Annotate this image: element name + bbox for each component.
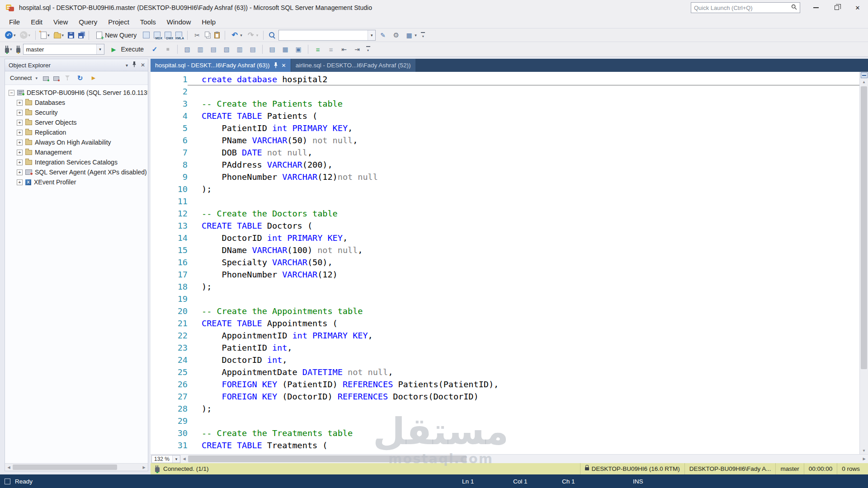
- tools-options-icon[interactable]: [390, 30, 402, 41]
- code-line-30[interactable]: 30-- Create the Treatments table: [151, 427, 859, 439]
- zoom-select[interactable]: 132 % ▾: [151, 455, 180, 463]
- quick-launch-box[interactable]: [691, 2, 800, 13]
- sql-toolbar-overflow[interactable]: ▾: [364, 44, 372, 55]
- search-icon[interactable]: [791, 4, 797, 11]
- stop-icon[interactable]: [52, 74, 61, 82]
- close-panel-icon[interactable]: ✕: [141, 62, 145, 68]
- scroll-left-icon[interactable]: ◀: [5, 465, 13, 469]
- copy-icon[interactable]: [204, 32, 212, 39]
- expand-icon[interactable]: +: [17, 160, 23, 165]
- window-position-icon[interactable]: ▾: [126, 63, 128, 68]
- code-line-3[interactable]: 3-- Create the Patients table: [151, 98, 859, 110]
- disconnect-icon[interactable]: [42, 74, 50, 82]
- code-line-32[interactable]: 32 TreatmentID int PRIMARY KEY: [151, 451, 859, 454]
- code-line-20[interactable]: 20-- Create the Appointments table: [151, 305, 859, 317]
- menu-item-edit[interactable]: Edit: [25, 15, 48, 28]
- collapse-icon[interactable]: −: [9, 90, 14, 96]
- hscroll-left-icon[interactable]: ◀: [180, 457, 188, 461]
- code-line-27[interactable]: 27 FOREIGN KEY (DoctorID) REFERENCES Doc…: [151, 390, 859, 403]
- new-mdx-query-icon[interactable]: MDX: [152, 31, 162, 39]
- code-line-10[interactable]: 10);: [151, 183, 859, 195]
- save-icon[interactable]: [66, 31, 75, 39]
- code-line-1[interactable]: 1create database hospital2: [151, 73, 859, 85]
- code-line-4[interactable]: 4CREATE TABLE Patients (: [151, 110, 859, 122]
- pen-icon[interactable]: [377, 30, 389, 41]
- expand-icon[interactable]: +: [17, 169, 23, 175]
- code-line-29[interactable]: 29: [151, 415, 859, 427]
- pin-icon[interactable]: [132, 61, 137, 69]
- chevron-down-icon[interactable]: ▾: [368, 30, 375, 40]
- code-line-11[interactable]: 11: [151, 195, 859, 207]
- window-layout-icon[interactable]: ▾: [403, 30, 418, 41]
- code-line-24[interactable]: 24 DoctorID int,: [151, 354, 859, 366]
- available-databases-combo[interactable]: master▾: [23, 44, 104, 55]
- tree-item-sql-server-agent-agent-xps-disabled[interactable]: +SQL Server Agent (Agent XPs disabled): [5, 167, 148, 177]
- new-query-button[interactable]: New Query: [93, 30, 140, 40]
- menu-item-help[interactable]: Help: [196, 15, 221, 28]
- execute-button[interactable]: Execute: [106, 43, 148, 55]
- expand-icon[interactable]: +: [17, 110, 23, 116]
- code-editor[interactable]: 1create database hospital223-- Create th…: [151, 72, 868, 454]
- tree-item-databases[interactable]: +Databases: [5, 98, 148, 108]
- results-to-text-icon[interactable]: [266, 44, 278, 55]
- close-tab-icon[interactable]: ✕: [282, 62, 286, 69]
- uncomment-icon[interactable]: [325, 44, 337, 55]
- restore-button[interactable]: [826, 0, 847, 15]
- tree-item-server-objects[interactable]: +Server Objects: [5, 117, 148, 127]
- hscroll-right-icon[interactable]: ▶: [860, 457, 868, 461]
- code-line-25[interactable]: 25 AppointmentDate DATETIME not null,: [151, 366, 859, 378]
- undo-icon[interactable]: ▾: [229, 30, 244, 41]
- tree-item-replication[interactable]: +Replication: [5, 127, 148, 137]
- zoom-dropdown-icon[interactable]: ▾: [172, 455, 180, 463]
- tree-item-security[interactable]: +Security: [5, 108, 148, 117]
- document-tab-1[interactable]: hospital.sql - DESKT...I6\Fady Ashraf (6…: [151, 59, 291, 72]
- xevent-icon[interactable]: [88, 73, 99, 84]
- oe-hscroll-track[interactable]: [13, 464, 140, 471]
- scroll-up-icon[interactable]: ▲: [862, 79, 866, 85]
- document-tab-2[interactable]: airline.sql - DESKTO...I6\Fady Ashraf (5…: [291, 59, 415, 72]
- new-file-icon[interactable]: ▾: [39, 31, 51, 40]
- scroll-right-icon[interactable]: ▶: [140, 465, 148, 469]
- redo-icon[interactable]: ▾: [245, 30, 260, 41]
- tree-item-integration-services-catalogs[interactable]: +Integration Services Catalogs: [5, 157, 148, 167]
- new-dmx-query-icon[interactable]: DMX: [163, 31, 173, 39]
- navigate-backward-icon[interactable]: ▾: [4, 30, 17, 40]
- decrease-indent-icon[interactable]: [338, 44, 350, 55]
- tree-item-xevent-profiler[interactable]: +XEvent Profiler: [5, 177, 148, 187]
- paste-icon[interactable]: [213, 31, 221, 39]
- menu-item-query[interactable]: Query: [73, 15, 103, 28]
- code-line-28[interactable]: 28);: [151, 403, 859, 415]
- code-line-31[interactable]: 31CREATE TABLE Treatments (: [151, 439, 859, 451]
- code-line-6[interactable]: 6 PName VARCHAR(50) not null,: [151, 134, 859, 146]
- intellisense-icon[interactable]: [208, 44, 219, 55]
- find-icon[interactable]: [267, 31, 277, 40]
- menu-item-project[interactable]: Project: [103, 15, 135, 28]
- quick-launch-input[interactable]: [694, 5, 791, 11]
- parse-icon[interactable]: [149, 44, 160, 55]
- results-to-grid-icon[interactable]: [279, 44, 291, 55]
- scroll-down-icon[interactable]: ▼: [862, 448, 866, 454]
- pin-icon[interactable]: [274, 62, 278, 68]
- expand-icon[interactable]: +: [17, 140, 23, 145]
- connect-button[interactable]: Connect▾: [8, 74, 40, 82]
- code-line-19[interactable]: 19: [151, 293, 859, 305]
- results-to-file-icon[interactable]: [292, 44, 304, 55]
- code-line-23[interactable]: 23 PatientID int,: [151, 342, 859, 354]
- object-explorer-hscrollbar[interactable]: ◀ ▶: [5, 463, 148, 471]
- code-line-26[interactable]: 26 FOREIGN KEY (PatientID) REFERENCES Pa…: [151, 378, 859, 390]
- include-actual-plan-icon[interactable]: [221, 44, 232, 55]
- code-line-16[interactable]: 16 Specialty VARCHAR(50),: [151, 256, 859, 268]
- comment-icon[interactable]: [312, 44, 324, 55]
- new-xmla-query-icon[interactable]: XMLA: [174, 31, 184, 39]
- display-estimated-plan-icon[interactable]: [181, 44, 193, 55]
- menu-item-view[interactable]: View: [48, 15, 73, 28]
- code-line-8[interactable]: 8 PAddress VARCHAR(200),: [151, 159, 859, 171]
- expand-icon[interactable]: +: [17, 120, 23, 126]
- save-all-icon[interactable]: [77, 31, 85, 39]
- menu-item-tools[interactable]: Tools: [135, 15, 161, 28]
- expand-icon[interactable]: +: [17, 100, 23, 106]
- cancel-query-icon[interactable]: [162, 44, 174, 55]
- live-query-stats-icon[interactable]: [234, 44, 245, 55]
- menu-item-window[interactable]: Window: [161, 15, 196, 28]
- change-connection-icon[interactable]: [15, 45, 22, 54]
